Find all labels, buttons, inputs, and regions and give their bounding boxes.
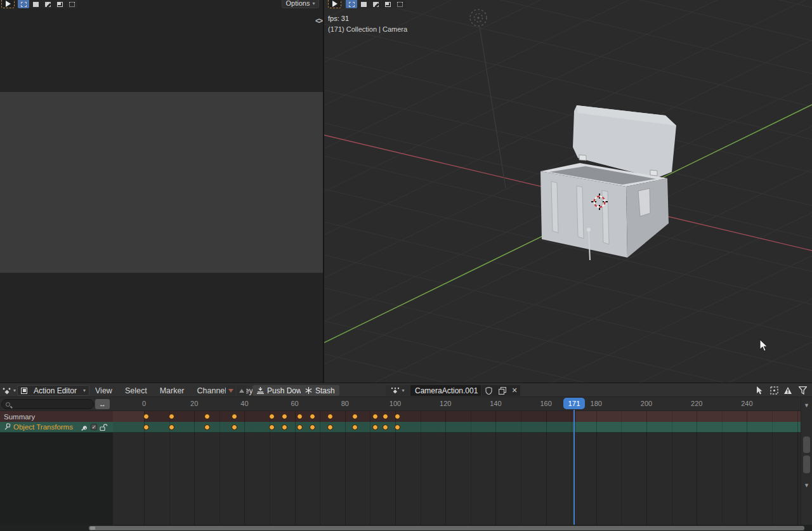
grid-line <box>646 411 647 525</box>
floor-grid-line <box>324 354 812 383</box>
tweak-tool-icon <box>6 1 11 7</box>
floor-grid-line <box>324 299 812 383</box>
menu-select[interactable]: Select <box>124 386 148 395</box>
box-select-new-icon <box>349 2 355 7</box>
object-transforms-channel-header[interactable]: Object Transforms ✓ <box>0 422 113 432</box>
tweak-tool-button-right[interactable] <box>328 0 341 8</box>
select-mode-subtract-button[interactable] <box>370 0 381 8</box>
vertical-scrollbar-thumb[interactable] <box>803 436 810 453</box>
viewport-camera[interactable]: Options ▾ <box>0 0 323 383</box>
expand-range-button[interactable]: ↔ <box>95 399 110 409</box>
tweak-tool-button[interactable] <box>1 0 15 8</box>
new-action-button[interactable] <box>495 385 509 396</box>
triangle-up-icon <box>239 389 244 393</box>
select-mode-extend-button[interactable] <box>30 0 41 8</box>
browse-action-button[interactable]: ▾ <box>386 385 410 396</box>
keyframe-dot[interactable] <box>297 414 303 419</box>
floor-grid-line <box>324 321 812 383</box>
filters-button[interactable] <box>797 385 808 396</box>
out-of-range-shade <box>113 411 144 422</box>
editor-mode-dropdown[interactable]: Action Editor ▾ <box>17 385 89 396</box>
options-dropdown[interactable]: Options ▾ <box>282 0 319 8</box>
wrench-icon[interactable] <box>81 423 88 431</box>
ruler-label: 140 <box>490 400 501 407</box>
dope-sheet-right-scrollbar[interactable]: ▼ ▼ <box>801 397 812 525</box>
horizontal-scrollbar-track[interactable] <box>0 525 812 531</box>
keyframe-dot[interactable] <box>169 414 174 419</box>
keyframe-dot[interactable] <box>310 414 315 419</box>
3d-scene <box>324 0 812 383</box>
viewport-perspective[interactable]: fps: 31 (171) Collection | Camera <box>324 0 812 383</box>
channel-enable-checkbox[interactable]: ✓ <box>91 424 97 430</box>
box-select-subtract-icon <box>373 2 379 7</box>
keyframe-dot[interactable] <box>327 424 333 430</box>
select-mode-new-button[interactable] <box>18 0 29 8</box>
select-mode-invert-button[interactable] <box>382 0 393 8</box>
unlock-icon[interactable] <box>100 424 108 431</box>
vertical-scrollbar-thumb[interactable] <box>803 456 810 473</box>
keyframe-grid-area[interactable] <box>113 433 801 525</box>
action-editor-icon <box>21 388 27 394</box>
close-icon: ✕ <box>511 386 517 395</box>
keyframe-dot[interactable] <box>297 424 303 430</box>
box-select-invert-icon <box>57 2 63 7</box>
menu-marker[interactable]: Marker <box>159 386 186 395</box>
keyframe-dot[interactable] <box>372 414 378 419</box>
select-mode-extend-button[interactable] <box>358 0 369 8</box>
keyframe-dot[interactable] <box>204 414 210 419</box>
keyframe-dot[interactable] <box>232 414 237 419</box>
grid-line <box>596 411 597 525</box>
grid-line <box>244 411 245 525</box>
grid-line <box>571 411 572 525</box>
select-mode-intersect-button[interactable] <box>394 0 405 8</box>
action-name-field[interactable]: CameraAction.001 <box>410 385 481 396</box>
ruler-label: 180 <box>591 400 602 407</box>
keyframe-dot[interactable] <box>232 424 237 430</box>
camera-frame-region <box>0 92 323 273</box>
unlink-action-button[interactable]: ✕ <box>509 385 520 396</box>
chevron-down-icon: ▾ <box>312 1 315 6</box>
show-hidden-toggle[interactable] <box>769 385 779 396</box>
area-resize-handle[interactable]: <> <box>315 16 322 25</box>
grid-line <box>219 411 220 525</box>
tweak-tool-icon <box>332 1 337 7</box>
keyframe-dot[interactable] <box>383 414 388 419</box>
channel-search-input[interactable] <box>1 399 94 409</box>
scrollbar-resize-knob[interactable] <box>90 527 95 530</box>
keyframe-dot[interactable] <box>204 424 210 430</box>
ruler-label: 60 <box>291 400 298 407</box>
pin-icon[interactable] <box>4 423 11 431</box>
chevron-down-icon[interactable]: ▼ <box>804 402 809 409</box>
select-mode-new-button[interactable] <box>346 0 357 8</box>
ruler-label: 240 <box>741 400 752 407</box>
keyframe-dot[interactable] <box>383 424 388 430</box>
current-frame-badge[interactable]: 171 <box>563 398 585 409</box>
select-mode-intersect-button[interactable] <box>66 0 77 8</box>
timeline-ruler[interactable]: ↔ <box>0 397 812 411</box>
chevron-down-icon[interactable]: ▼ <box>804 482 809 488</box>
editor-type-button[interactable]: ▾ <box>2 385 16 396</box>
stash-button[interactable]: Stash <box>301 385 339 396</box>
chest-model-perspective[interactable] <box>540 105 676 260</box>
summary-channel-header[interactable]: Summary <box>0 411 113 422</box>
shield-icon <box>485 387 492 395</box>
menu-view[interactable]: View <box>94 386 114 395</box>
move-up-button[interactable] <box>237 385 246 396</box>
only-selected-toggle[interactable] <box>755 385 765 396</box>
menu-channel[interactable]: Channel <box>196 386 228 395</box>
playhead-line[interactable] <box>573 410 575 525</box>
horizontal-scrollbar-thumb[interactable] <box>89 526 804 530</box>
grid-line <box>320 411 320 525</box>
ruler-label: 80 <box>341 400 349 407</box>
keyframe-dot[interactable] <box>310 424 315 430</box>
move-down-button[interactable] <box>226 385 235 396</box>
fake-user-button[interactable] <box>481 385 495 396</box>
floor-grid-line <box>324 126 812 364</box>
select-mode-invert-button[interactable] <box>54 0 65 8</box>
keyframe-dot[interactable] <box>372 424 378 430</box>
keyframe-dot[interactable] <box>327 414 333 419</box>
keyframe-dot[interactable] <box>169 424 174 430</box>
show-errors-toggle[interactable] <box>783 385 793 396</box>
select-mode-subtract-button[interactable] <box>42 0 53 8</box>
ruler-label: 0 <box>142 400 146 407</box>
